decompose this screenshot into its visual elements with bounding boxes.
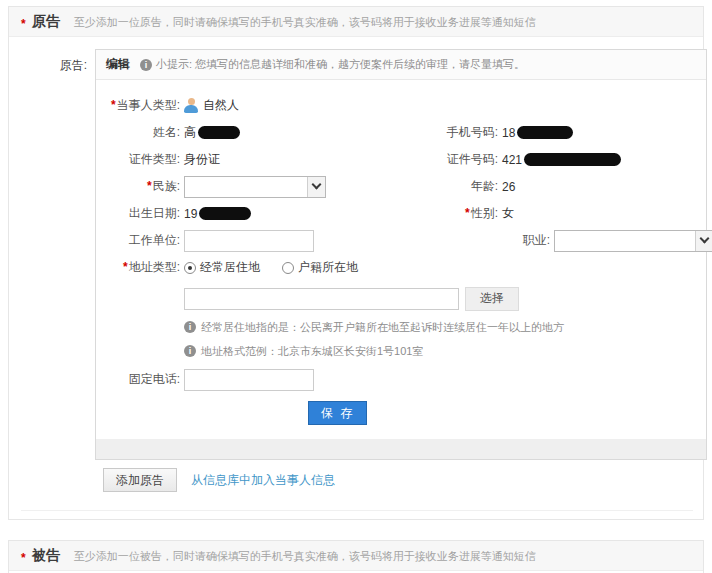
name-label: 姓名: [96,124,180,141]
address-hint-1-text: 经常居住地指的是：公民离开户籍所在地至起诉时连续居住一年以上的地方 [201,320,564,335]
row-address-input: 选择 [96,285,706,312]
info-icon [140,59,152,71]
employer-label: 工作单位: [96,232,180,249]
id-number-value: 421 [502,153,522,167]
editor-footer [96,439,706,459]
address-hint-2-text: 地址格式范例：北京市东城区长安街1号101室 [201,344,423,359]
chevron-down-icon [307,177,325,197]
info-icon [184,345,196,357]
occupation-select[interactable] [554,230,712,252]
editor-tip: 小提示: 您填写的信息越详细和准确，越方便案件后续的审理，请尽量填写。 [140,57,525,72]
ethnicity-label: 民族: [153,179,180,193]
required-asterisk: * [21,17,26,31]
defendant-section-hint: 至少添加一位被告，同时请确保填写的手机号真实准确，该号码将用于接收业务进展等通知… [74,549,536,564]
radio-checked-icon[interactable] [184,262,196,274]
radio-habitual-residence[interactable]: 经常居住地 [184,259,260,276]
plaintiff-library-link[interactable]: 从信息库中加入当事人信息 [191,472,335,489]
defendant-section-header: * 被告 至少添加一位被告，同时请确保填写的手机号真实准确，该号码将用于接收业务… [9,541,703,571]
editor-tip-text: 小提示: 您填写的信息越详细和准确，越方便案件后续的审理，请尽量填写。 [156,57,525,72]
plaintiff-section-body: 原告: 编辑 小提示: 您填写的信息越详细和准确，越方便案件后续的审理，请尽量填… [9,37,703,519]
age-value: 26 [502,180,515,194]
plaintiff-section: * 原告 至少添加一位原告，同时请确保填写的手机号真实准确，该号码将用于接收业务… [8,6,704,520]
row-address-type: *地址类型: 经常居住地 户籍所在地 [96,254,706,281]
tab-edit[interactable]: 编辑 [106,56,130,73]
required-asterisk: * [111,98,116,112]
party-type-label: 当事人类型: [117,98,180,112]
row-name-mobile: 姓名: 高 手机号码: 18 [96,119,706,146]
row-landline: 固定电话: [96,366,706,393]
row-save: 保 存 [96,393,706,435]
birth-date-value: 19 [184,207,197,221]
landline-label: 固定电话: [96,371,180,388]
row-employer-occupation: 工作单位: 职业: [96,227,706,254]
required-asterisk: * [21,551,26,565]
save-button[interactable]: 保 存 [308,401,367,425]
redaction-bar-mobile [517,126,573,139]
row-birth-gender: 出生日期: 19 *性别: 女 [96,200,706,227]
address-input[interactable] [184,288,459,310]
plaintiff-section-title: 原告 [32,13,60,31]
plaintiff-row-label: 原告: [21,49,95,74]
row-idtype-idnumber: 证件类型: 身份证 证件号码: 421 [96,146,706,173]
redaction-bar-name [198,126,240,139]
chevron-down-icon [695,231,712,251]
address-choose-button[interactable]: 选择 [465,287,519,311]
id-type-value: 身份证 [184,151,410,168]
gender-value: 女 [502,205,514,222]
employer-input[interactable] [184,230,314,252]
party-type-value: 自然人 [203,97,239,114]
birth-date-label: 出生日期: [96,205,180,222]
radio-household-registration[interactable]: 户籍所在地 [282,259,358,276]
info-icon [184,321,196,333]
row-party-type: *当事人类型: 自然人 [96,92,706,119]
plaintiff-editor-panel: 编辑 小提示: 您填写的信息越详细和准确，越方便案件后续的审理，请尽量填写。 *… [95,49,707,460]
name-value: 高 [184,124,196,141]
editor-header: 编辑 小提示: 您填写的信息越详细和准确，越方便案件后续的审理，请尽量填写。 [96,50,706,80]
natural-person-icon [184,98,198,113]
age-label: 年龄: [410,178,498,195]
gender-label: 性别: [471,206,498,220]
defendant-section-title: 被告 [32,547,60,565]
landline-input[interactable] [184,369,314,391]
id-number-label: 证件号码: [410,151,498,168]
occupation-label: 职业: [410,232,550,249]
plaintiff-actions: 添加原告 从信息库中加入当事人信息 [21,460,693,502]
required-asterisk: * [465,206,470,220]
required-asterisk: * [123,260,128,274]
plaintiff-form: *当事人类型: 自然人 姓名: 高 [96,80,706,439]
id-type-label: 证件类型: [96,151,180,168]
redaction-bar-birth-date [199,207,251,220]
radio-household-registration-label: 户籍所在地 [298,259,358,276]
radio-habitual-residence-label: 经常居住地 [200,259,260,276]
redaction-bar-id-number [524,153,621,166]
address-hint-1: 经常居住地指的是：公民离开户籍所在地至起诉时连续居住一年以上的地方 [184,318,706,336]
address-hint-2: 地址格式范例：北京市东城区长安街1号101室 [184,342,706,360]
divider [21,510,693,511]
row-ethnicity-age: *民族: 年龄: 26 [96,173,706,200]
add-plaintiff-button[interactable]: 添加原告 [103,468,177,492]
plaintiff-section-header: * 原告 至少添加一位原告，同时请确保填写的手机号真实准确，该号码将用于接收业务… [9,7,703,37]
plaintiff-section-hint: 至少添加一位原告，同时请确保填写的手机号真实准确，该号码将用于接收业务进展等通知… [74,15,536,30]
radio-unchecked-icon[interactable] [282,262,294,274]
defendant-section: * 被告 至少添加一位被告，同时请确保填写的手机号真实准确，该号码将用于接收业务… [8,540,704,573]
case-party-page: * 原告 至少添加一位原告，同时请确保填写的手机号真实准确，该号码将用于接收业务… [0,0,712,573]
address-type-label: 地址类型: [129,260,180,274]
required-asterisk: * [147,179,152,193]
ethnicity-select[interactable] [184,176,326,198]
mobile-label: 手机号码: [410,124,498,141]
mobile-value: 18 [502,126,515,140]
